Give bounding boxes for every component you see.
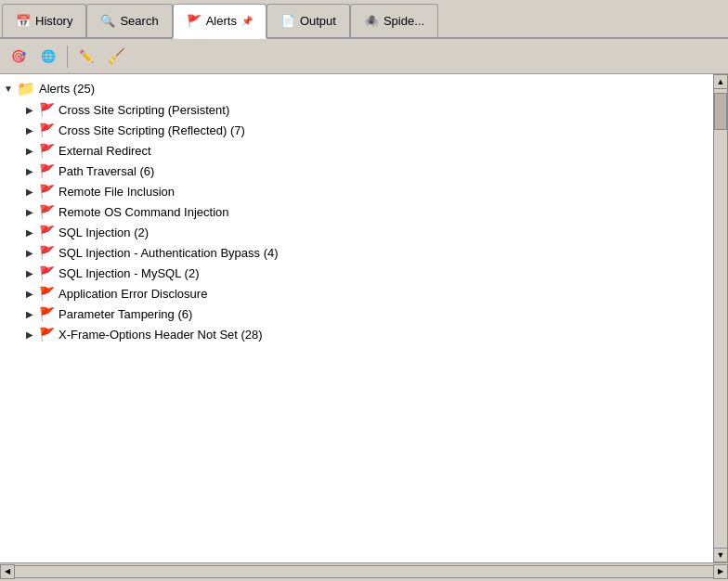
edit-icon: ✏️: [79, 49, 94, 63]
search-icon: 🔍: [100, 14, 115, 28]
edit-button[interactable]: ✏️: [73, 44, 99, 70]
tree-item-css-reflected[interactable]: ▶ 🚩 Cross Site Scripting (Reflected) (7): [0, 120, 713, 140]
content-area: ▼ 📁 Alerts (25) ▶ 🚩 Cross Site Scripting…: [0, 74, 728, 562]
tab-alerts-label: Alerts: [206, 14, 237, 28]
expand-arrow: ▶: [26, 248, 39, 258]
flag-orange-icon: 🚩: [39, 327, 55, 342]
flag-red-icon: 🚩: [39, 143, 55, 158]
flag-red-icon: 🚩: [39, 163, 55, 178]
item-label: Remote File Inclusion: [58, 185, 175, 199]
expand-arrow: ▶: [26, 125, 39, 136]
expand-arrow: ▶: [26, 105, 39, 115]
item-label: SQL Injection - MySQL (2): [58, 266, 199, 280]
scroll-thumb-track[interactable]: [713, 89, 728, 548]
tree-item-sql-injection[interactable]: ▶ 🚩 SQL Injection (2): [0, 222, 713, 242]
root-expand-arrow: ▼: [4, 84, 17, 94]
globe-icon: 🌐: [41, 49, 56, 63]
tab-history[interactable]: 📅 History: [2, 4, 86, 37]
expand-arrow: ▶: [26, 309, 39, 319]
item-label: SQL Injection (2): [58, 226, 149, 239]
item-label: Cross Site Scripting (Persistent): [58, 103, 229, 117]
scroll-left-button[interactable]: ◀: [0, 564, 15, 579]
item-label: Remote OS Command Injection: [58, 205, 229, 219]
flag-orange-icon: 🚩: [39, 286, 55, 301]
target-button[interactable]: 🎯: [6, 44, 32, 70]
expand-arrow: ▶: [26, 329, 39, 340]
tab-search-label: Search: [120, 14, 158, 28]
tab-spider[interactable]: 🕷️ Spide...: [350, 4, 438, 37]
flag-icon: 🚩: [187, 14, 202, 28]
tree-panel[interactable]: ▼ 📁 Alerts (25) ▶ 🚩 Cross Site Scripting…: [0, 74, 713, 562]
tab-spider-label: Spide...: [384, 14, 424, 28]
pin-icon: 📌: [241, 16, 253, 26]
item-label: External Redirect: [58, 144, 151, 158]
item-label: X-Frame-Options Header Not Set (28): [58, 328, 263, 342]
tree-item-sql-auth-bypass[interactable]: ▶ 🚩 SQL Injection - Authentication Bypas…: [0, 242, 713, 263]
spider-icon: 🕷️: [364, 14, 379, 28]
tree-item-remote-file[interactable]: ▶ 🚩 Remote File Inclusion: [0, 181, 713, 201]
hscroll-track[interactable]: [15, 565, 713, 578]
flag-orange-icon: 🚩: [39, 306, 55, 321]
tree-item-external-redirect[interactable]: ▶ 🚩 External Redirect: [0, 140, 713, 161]
flag-red-icon: 🚩: [39, 204, 55, 219]
folder-icon: 📁: [17, 80, 35, 97]
horizontal-scrollbar[interactable]: ◀ ▶: [0, 562, 728, 579]
flag-red-icon: 🚩: [39, 245, 55, 260]
item-label: Parameter Tampering (6): [58, 307, 192, 321]
item-label: Path Traversal (6): [58, 164, 154, 178]
toolbar-separator-1: [67, 45, 68, 68]
document-icon: 📄: [280, 14, 295, 28]
expand-arrow: ▶: [26, 227, 39, 238]
expand-arrow: ▶: [26, 207, 39, 217]
tree-item-xframe[interactable]: ▶ 🚩 X-Frame-Options Header Not Set (28): [0, 324, 713, 344]
flag-red-icon: 🚩: [39, 102, 55, 117]
tab-output-label: Output: [300, 14, 336, 28]
root-label: Alerts (25): [39, 82, 95, 96]
tree-item-remote-os[interactable]: ▶ 🚩 Remote OS Command Injection: [0, 201, 713, 222]
expand-arrow: ▶: [26, 187, 39, 197]
flag-red-icon: 🚩: [39, 184, 55, 199]
tab-output[interactable]: 📄 Output: [266, 4, 350, 37]
eraser-button[interactable]: 🧹: [103, 44, 129, 70]
tree-item-css-persistent[interactable]: ▶ 🚩 Cross Site Scripting (Persistent): [0, 99, 713, 120]
item-label: Application Error Disclosure: [58, 287, 207, 301]
calendar-icon: 📅: [16, 14, 31, 28]
toolbar: 🎯 🌐 ✏️ 🧹: [0, 39, 728, 74]
tab-search[interactable]: 🔍 Search: [86, 4, 172, 37]
tab-history-label: History: [35, 14, 72, 28]
tree-item-app-error[interactable]: ▶ 🚩 Application Error Disclosure: [0, 283, 713, 303]
scroll-thumb[interactable]: [714, 93, 727, 130]
tree-root[interactable]: ▼ 📁 Alerts (25): [0, 78, 713, 99]
item-label: SQL Injection - Authentication Bypass (4…: [58, 246, 279, 260]
tree-item-sql-mysql[interactable]: ▶ 🚩 SQL Injection - MySQL (2): [0, 263, 713, 283]
eraser-icon: 🧹: [107, 47, 125, 65]
expand-arrow: ▶: [26, 166, 39, 176]
globe-button[interactable]: 🌐: [35, 44, 61, 70]
target-icon: 🎯: [11, 49, 26, 63]
tree-item-path-traversal[interactable]: ▶ 🚩 Path Traversal (6): [0, 161, 713, 181]
tree-item-param-tampering[interactable]: ▶ 🚩 Parameter Tampering (6): [0, 303, 713, 324]
flag-red-icon: 🚩: [39, 225, 55, 239]
flag-red-icon: 🚩: [39, 265, 55, 280]
scroll-right-button[interactable]: ▶: [713, 564, 728, 579]
expand-arrow: ▶: [26, 289, 39, 299]
expand-arrow: ▶: [26, 146, 39, 156]
scroll-down-button[interactable]: ▼: [713, 548, 728, 562]
item-label: Cross Site Scripting (Reflected) (7): [58, 123, 245, 137]
scroll-up-button[interactable]: ▲: [713, 74, 728, 89]
expand-arrow: ▶: [26, 268, 39, 278]
tab-bar: 📅 History 🔍 Search 🚩 Alerts 📌 📄 Output 🕷…: [0, 0, 728, 39]
flag-red-icon: 🚩: [39, 123, 55, 137]
tab-alerts[interactable]: 🚩 Alerts 📌: [173, 4, 266, 39]
vertical-scrollbar[interactable]: ▲ ▼: [713, 74, 728, 562]
